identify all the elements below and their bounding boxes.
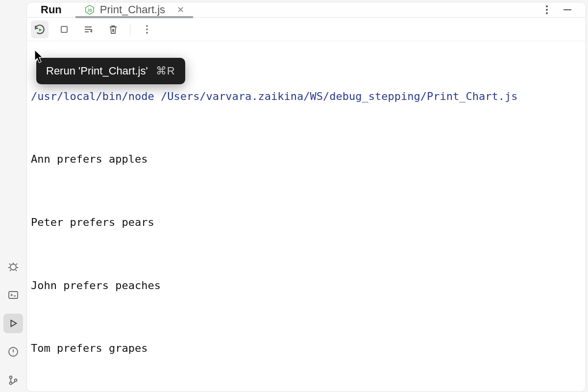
nodejs-file-icon: JS: [84, 4, 95, 15]
tooltip-shortcut: ⌘R: [156, 65, 175, 77]
svg-point-13: [146, 28, 148, 30]
debug-tool-icon[interactable]: [3, 257, 23, 276]
rerun-button[interactable]: [31, 21, 49, 38]
svg-rect-11: [61, 26, 67, 32]
close-tab-icon[interactable]: ✕: [177, 4, 184, 15]
run-config-tab[interactable]: JS Print_Chart.js ✕: [75, 3, 193, 18]
svg-point-7: [546, 5, 548, 7]
console-line: Peter prefers pears: [31, 212, 582, 233]
app-root: Run JS Print_Chart.js ✕: [0, 0, 588, 392]
run-toolbar: [27, 18, 586, 41]
rerun-tooltip: Rerun 'Print_Chart.js' ⌘R: [36, 58, 185, 84]
toolbar-more-icon[interactable]: [138, 21, 156, 38]
tool-window-tabbar: Run JS Print_Chart.js ✕: [27, 2, 586, 18]
svg-point-9: [546, 12, 548, 14]
terminal-tool-icon[interactable]: [3, 285, 23, 305]
console-line: Tom prefers grapes: [31, 338, 582, 359]
minimize-tool-window-icon[interactable]: [562, 4, 573, 15]
tool-window-title: Run: [27, 3, 75, 16]
problems-tool-icon[interactable]: [3, 342, 23, 362]
svg-point-14: [146, 32, 148, 34]
svg-point-8: [546, 9, 548, 11]
run-config-tab-label: Print_Chart.js: [100, 3, 165, 16]
svg-point-0: [10, 264, 16, 270]
run-tool-icon[interactable]: [3, 314, 23, 333]
console-line: Ann prefers apples: [31, 149, 582, 170]
tooltip-text: Rerun 'Print_Chart.js': [46, 65, 148, 77]
svg-point-4: [10, 382, 12, 385]
stop-button[interactable]: [55, 21, 73, 38]
svg-rect-1: [9, 292, 18, 298]
tabbar-more-icon[interactable]: [545, 4, 548, 15]
svg-point-3: [10, 376, 12, 379]
left-tool-rail: [0, 0, 26, 392]
vcs-tool-icon[interactable]: [3, 370, 23, 390]
console-command-line: /usr/local/bin/node /Users/varvara.zaiki…: [31, 86, 582, 107]
console-output[interactable]: /usr/local/bin/node /Users/varvara.zaiki…: [27, 41, 586, 392]
soft-wrap-button[interactable]: [80, 21, 98, 38]
toolbar-divider: [130, 24, 130, 35]
clear-all-button[interactable]: [104, 21, 122, 38]
svg-text:JS: JS: [87, 8, 93, 13]
svg-point-12: [146, 25, 148, 27]
console-line: John prefers peaches: [31, 275, 582, 296]
